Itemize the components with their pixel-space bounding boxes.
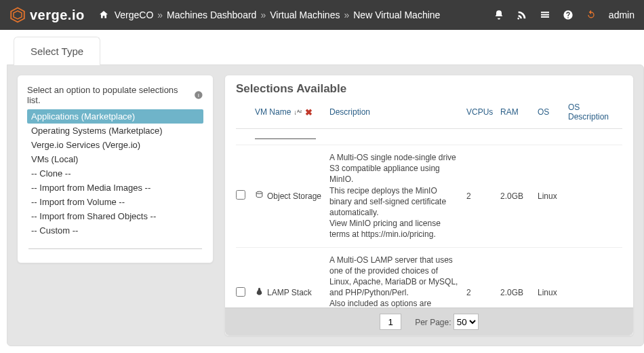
brand-logo-icon [9, 7, 26, 23]
row-name: Object Storage [267, 191, 321, 201]
type-option[interactable]: -- Import from Volume -- [27, 195, 203, 209]
type-list-prompt-text: Select an option to populate selections … [27, 85, 190, 105]
breadcrumb-sep: » [260, 10, 266, 20]
type-list-prompt: Select an option to populate selections … [27, 85, 203, 105]
type-option[interactable]: VMs (Local) [27, 152, 203, 166]
main-area: Select an option to populate selections … [7, 64, 644, 346]
type-option[interactable]: -- Custom -- [27, 223, 203, 238]
type-option[interactable]: -- Import from Media Images -- [27, 181, 203, 195]
row-name: LAMP Stack [267, 288, 312, 297]
col-header-vcpus[interactable]: VCPUs [466, 107, 500, 117]
list-icon[interactable] [540, 10, 550, 20]
breadcrumb-item[interactable]: New Virtual Machine [353, 10, 440, 20]
type-option[interactable]: Operating Systems (Marketplace) [27, 124, 203, 138]
selections-card: Selections Available VM Name ↓ᴬᶻ ✖ Descr… [224, 75, 634, 336]
svg-marker-1 [14, 11, 22, 19]
table-header: VM Name ↓ᴬᶻ ✖ Description VCPUs RAM OS O… [236, 98, 622, 129]
svg-marker-0 [11, 8, 24, 22]
row-vcpus: 2 [466, 288, 500, 297]
search-underline [255, 138, 316, 139]
row-description: A Multi-OS LAMP server that uses one of … [329, 255, 466, 308]
row-os: Linux [538, 288, 568, 297]
tab-select-type[interactable]: Select Type [14, 37, 100, 65]
type-option[interactable]: Verge.io Services (Verge.io) [27, 138, 203, 152]
breadcrumb-sep: » [344, 10, 349, 20]
clear-sort-icon[interactable]: ✖ [305, 107, 313, 117]
type-option[interactable]: -- Import from Shared Objects -- [27, 209, 203, 223]
rss-icon[interactable] [517, 10, 527, 20]
svg-text:i: i [198, 92, 199, 98]
type-list-card: Select an option to populate selections … [17, 75, 214, 263]
row-ram: 2.0GB [500, 288, 538, 297]
divider [28, 248, 202, 249]
info-icon[interactable]: i [194, 90, 203, 100]
brand-name: verge.io [30, 7, 85, 23]
svg-point-4 [256, 191, 262, 193]
col-header-os[interactable]: OS [538, 107, 568, 117]
row-vcpus: 2 [466, 191, 500, 201]
help-icon[interactable] [563, 10, 573, 20]
type-option[interactable]: Applications (Marketplace) [27, 109, 203, 124]
row-description: A Multi-OS single node-single drive S3 c… [329, 152, 466, 240]
sort-icon[interactable]: ↓ᴬᶻ [294, 109, 302, 116]
topbar-right: admin [494, 10, 635, 20]
top-bar: verge.io VergeCO » Machines Dashboard » … [0, 0, 644, 30]
breadcrumb-item[interactable]: Machines Dashboard [167, 10, 256, 20]
row-os: Linux [538, 191, 568, 201]
col-header-vmname-label: VM Name [255, 107, 291, 117]
table-row[interactable]: LAMP StackA Multi-OS LAMP server that us… [236, 247, 622, 308]
per-page-label: Per Page: [415, 318, 451, 327]
breadcrumb-item[interactable]: Virtual Machines [270, 10, 340, 20]
breadcrumb-item[interactable]: VergeCO [115, 10, 154, 20]
breadcrumb-sep: » [157, 10, 163, 20]
row-checkbox[interactable] [236, 287, 245, 297]
storage-icon [255, 191, 264, 202]
table-body: Object StorageA Multi-OS single node-sin… [236, 145, 622, 308]
refresh-icon[interactable] [586, 10, 597, 20]
row-checkbox[interactable] [236, 190, 245, 200]
pager: Per Page: 50 [225, 308, 633, 335]
breadcrumb: VergeCO » Machines Dashboard » Virtual M… [115, 10, 441, 20]
bell-icon[interactable] [494, 10, 504, 20]
selections-title: Selections Available [236, 82, 622, 96]
col-header-vmname[interactable]: VM Name ↓ᴬᶻ ✖ [255, 107, 329, 117]
col-header-description[interactable]: Description [329, 107, 466, 117]
type-option-list: Applications (Marketplace)Operating Syst… [27, 109, 203, 238]
home-icon[interactable] [98, 10, 109, 20]
user-menu[interactable]: admin [609, 10, 635, 20]
type-option[interactable]: -- Clone -- [27, 166, 203, 181]
page-body: Select Type Select an option to populate… [0, 30, 644, 353]
linux-icon [255, 287, 264, 298]
col-header-ram[interactable]: RAM [500, 107, 538, 117]
row-ram: 2.0GB [500, 191, 538, 201]
col-header-osdesc[interactable]: OS Description [568, 103, 622, 122]
per-page-select[interactable]: 50 [454, 314, 479, 330]
brand[interactable]: verge.io [9, 7, 85, 23]
tabs-row: Select Type [7, 37, 644, 65]
page-number-input[interactable] [380, 314, 401, 330]
table-row[interactable]: Object StorageA Multi-OS single node-sin… [236, 145, 622, 247]
